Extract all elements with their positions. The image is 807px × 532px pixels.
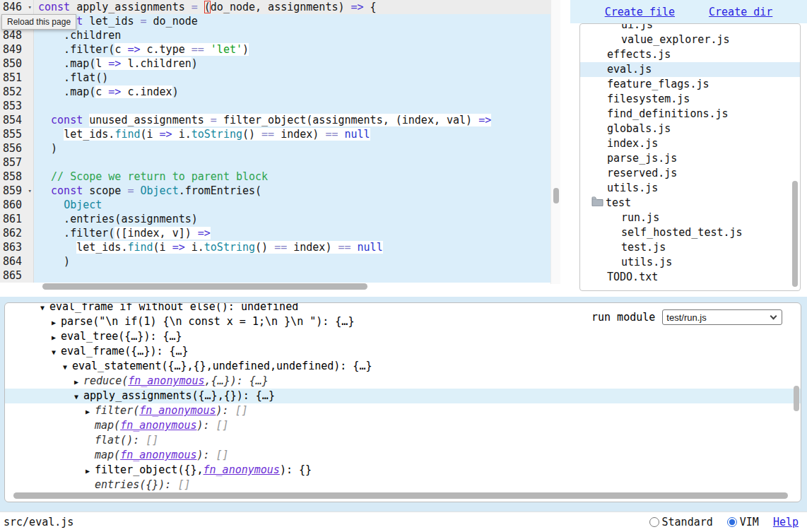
code-line[interactable]: 848 .children — [0, 28, 550, 42]
file-label: run.js — [621, 211, 659, 225]
help-link[interactable]: Help — [773, 516, 799, 528]
file-item[interactable]: effects.js — [580, 47, 800, 62]
code-token: const — [51, 114, 83, 126]
fn-anonymous-link[interactable]: fn_anonymous — [120, 419, 196, 432]
call-tree-row[interactable]: ▶filter_object({},fn_anonymous): {} — [5, 463, 801, 478]
collapse-arrow-icon[interactable]: ▼ — [63, 360, 72, 374]
code-line[interactable]: 852 .map(c => c.index) — [0, 85, 550, 99]
tree-text: ): — [197, 419, 216, 432]
code-line[interactable]: 849 .filter(c => c.type == 'let') — [0, 42, 550, 57]
code-line[interactable]: 858 // Scope we return to parent block — [0, 170, 550, 184]
file-item[interactable]: utils.js — [580, 181, 800, 196]
file-item[interactable]: ui.js — [580, 23, 800, 32]
collapse-arrow-icon[interactable]: ▼ — [40, 302, 49, 315]
call-tree-row[interactable]: entries({}): [] — [5, 478, 801, 492]
code-editor[interactable]: 846▾const apply_assignments = (do_node, … — [0, 0, 560, 291]
editor-horizontal-scrollbar[interactable] — [42, 283, 367, 290]
file-list: ui.jsvalue_explorer.jseffects.jseval.jsf… — [580, 23, 800, 285]
fn-anonymous-link[interactable]: fn_anonymous — [204, 463, 280, 476]
standard-mode-option[interactable]: Standard — [649, 516, 713, 528]
fn-anonymous-link[interactable]: fn_anonymous — [128, 374, 204, 387]
create-file-link[interactable]: Create file — [605, 6, 675, 18]
file-item[interactable]: find_definitions.js — [580, 107, 800, 122]
tree-text: ): — [197, 449, 216, 461]
file-item[interactable]: self_hosted_test.js — [580, 225, 800, 240]
code-token: toString — [204, 241, 255, 254]
call-tree-row[interactable]: ▶reduce(fn_anonymous,{…}): {…} — [5, 374, 801, 389]
code-line[interactable]: 846▾const apply_assignments = (do_node, … — [0, 0, 550, 14]
fold-arrow-icon[interactable]: ▾ — [28, 0, 32, 14]
code-line[interactable]: 863 let_ids.find(i => i.toString() == in… — [0, 240, 550, 254]
file-item[interactable]: test.js — [580, 240, 800, 255]
editor-vertical-scrollbar[interactable] — [550, 0, 560, 284]
code-text: let_ids.find(i => i.toString() == index)… — [34, 240, 550, 254]
code-line[interactable]: 864 ) — [0, 254, 550, 268]
current-file-path: src/eval.js — [0, 516, 73, 528]
code-line[interactable]: 859▾ const scope = Object.fromEntries( — [0, 184, 550, 198]
file-item[interactable]: TODO.txt — [580, 270, 800, 285]
code-line[interactable]: 850 .map(l => l.children) — [0, 57, 550, 71]
code-line[interactable]: 853 — [0, 99, 550, 113]
call-tree-row[interactable]: map(fn_anonymous): [] — [5, 448, 801, 463]
code-line[interactable]: 865 — [0, 268, 550, 283]
line-number: 855 — [0, 127, 34, 141]
file-item[interactable]: value_explorer.js — [580, 32, 800, 47]
file-item[interactable]: run.js — [580, 211, 800, 225]
code-line[interactable]: 855 let_ids.find(i => i.toString() == in… — [0, 127, 550, 141]
folder-item[interactable]: test — [580, 196, 800, 211]
tree-text: eval_frame({…}): {…} — [61, 345, 189, 357]
expand-arrow-icon[interactable]: ▶ — [86, 463, 95, 478]
expand-arrow-icon[interactable]: ▶ — [86, 404, 95, 419]
file-item[interactable]: feature_flags.js — [580, 77, 800, 92]
code-line[interactable]: 847 const let_ids = do_node — [0, 14, 550, 28]
code-line[interactable]: 851 .flat() — [0, 71, 550, 85]
code-rows: 846▾const apply_assignments = (do_node, … — [0, 0, 550, 283]
scrollbar-thumb[interactable] — [553, 188, 559, 203]
call-tree-row[interactable]: flat(): [] — [5, 433, 801, 448]
fold-arrow-icon[interactable]: ▾ — [28, 184, 32, 198]
code-line[interactable]: 857 — [0, 155, 550, 170]
file-item[interactable]: index.js — [580, 136, 800, 151]
file-item[interactable]: parse_js.js — [580, 151, 800, 166]
code-token: = — [141, 15, 147, 28]
run-module-select[interactable]: test/run.js — [662, 309, 782, 325]
code-token: .children — [38, 29, 121, 42]
code-token — [38, 128, 64, 141]
file-item[interactable]: reserved.js — [580, 166, 800, 181]
file-item[interactable]: globals.js — [580, 122, 800, 136]
call-tree-row[interactable]: ▼eval_statement({…},{},undefined,undefin… — [5, 359, 801, 374]
code-line[interactable]: 861 .entries(assignments) — [0, 212, 550, 226]
code-line[interactable]: 854 const unused_assignments = filter_ob… — [0, 113, 550, 127]
vim-mode-radio[interactable] — [727, 517, 737, 527]
standard-mode-radio[interactable] — [649, 517, 659, 527]
calltree-vertical-scrollbar[interactable] — [794, 386, 799, 411]
file-item[interactable]: filesystem.js — [580, 92, 800, 107]
call-tree-row[interactable]: ▶filter(fn_anonymous): [] — [5, 403, 801, 418]
call-tree-row[interactable]: ▼apply_assignments({…},{}): {…} — [5, 389, 801, 403]
collapse-arrow-icon[interactable]: ▼ — [52, 345, 61, 360]
code-token: scope — [83, 184, 127, 197]
fn-anonymous-link[interactable]: fn_anonymous — [120, 449, 196, 461]
file-item[interactable]: utils.js — [580, 255, 800, 270]
code-line[interactable]: 862 .filter(([index, v]) => — [0, 226, 550, 240]
code-line[interactable]: 860 Object — [0, 198, 550, 212]
expand-arrow-icon[interactable]: ▶ — [52, 315, 61, 330]
create-dir-link[interactable]: Create dir — [709, 6, 772, 18]
call-tree-row[interactable]: ▶eval_tree({…}): {…} — [5, 329, 801, 344]
file-list-scrollbar-thumb[interactable] — [792, 181, 798, 287]
code-token: c.type — [141, 43, 192, 56]
code-token: let_ids. — [64, 128, 114, 141]
expand-arrow-icon[interactable]: ▶ — [74, 374, 83, 389]
call-tree-row[interactable]: map(fn_anonymous): [] — [5, 418, 801, 433]
file-item[interactable]: eval.js — [580, 62, 800, 77]
vim-mode-option[interactable]: VIM — [727, 516, 759, 528]
call-tree-panel: ▼eval_frame if without else(): undefined… — [4, 302, 801, 502]
collapse-arrow-icon[interactable]: ▼ — [74, 389, 83, 404]
fn-anonymous-link[interactable]: fn_anonymous — [139, 404, 216, 417]
code-line[interactable]: 856 ) — [0, 141, 550, 155]
call-tree-row[interactable]: ▼eval_frame({…}): {…} — [5, 344, 801, 359]
expand-arrow-icon[interactable]: ▶ — [52, 330, 61, 345]
calltree-horizontal-scrollbar[interactable] — [13, 492, 788, 499]
code-token: => — [108, 57, 121, 70]
tree-text: [] — [235, 404, 248, 417]
